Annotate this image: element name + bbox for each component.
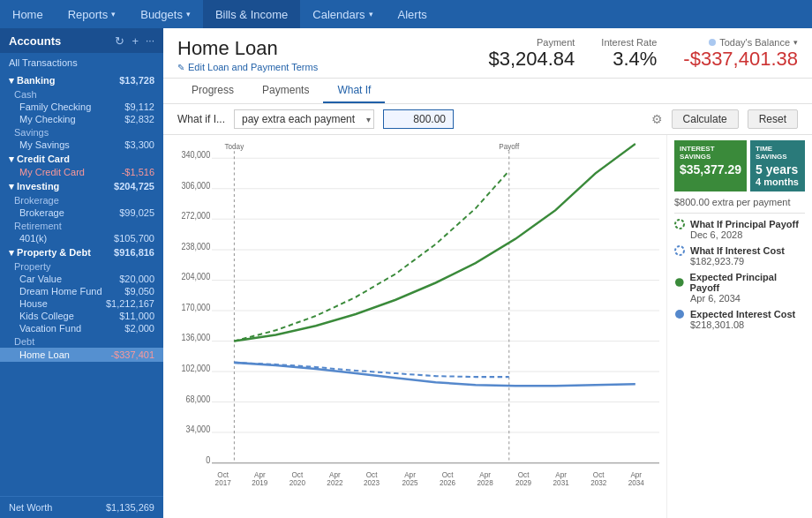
- chart-area: 340,000 306,000 272,000 238,000 204,000 …: [163, 135, 812, 518]
- more-icon[interactable]: ···: [146, 34, 154, 47]
- sidebar-net-worth: Net Worth $1,135,269: [0, 496, 163, 518]
- sidebar-group-banking: ▾ Banking $13,728: [0, 72, 163, 87]
- nav-calendars[interactable]: Calendars ▾: [300, 0, 385, 28]
- svg-text:2034: 2034: [628, 478, 644, 488]
- sidebar-group-label[interactable]: ▾ Property & Debt: [9, 247, 91, 259]
- sidebar-item[interactable]: Kids College$11,000: [0, 310, 163, 322]
- payment-label: Payment: [488, 37, 575, 48]
- main-content: Home Loan ✎ Edit Loan and Payment Terms …: [163, 28, 812, 518]
- sidebar-item[interactable]: My Checking$2,832: [0, 113, 163, 125]
- time-savings-value: 5 years: [756, 162, 800, 176]
- sidebar-group-creditcard: ▾ Credit Card: [0, 151, 163, 166]
- balance-stat: Today's Balance ▾ -$337,401.38: [683, 37, 798, 71]
- interest-savings-label: INTEREST SAVINGS: [680, 145, 741, 161]
- expected-principal-value: Apr 6, 2034: [674, 293, 805, 304]
- dropdown-icon[interactable]: ▾: [793, 38, 798, 47]
- legend-item-expected-principal: Expected Principal Payoff Apr 6, 2034: [674, 272, 805, 304]
- nav-alerts[interactable]: Alerts: [386, 0, 440, 28]
- sidebar-item[interactable]: House$1,212,167: [0, 297, 163, 310]
- time-savings-label: TIME SAVINGS: [756, 145, 800, 161]
- svg-text:102,000: 102,000: [181, 364, 210, 374]
- svg-text:68,000: 68,000: [186, 394, 211, 404]
- balance-value: -$337,401.38: [683, 48, 798, 71]
- gear-icon[interactable]: ⚙: [651, 112, 663, 126]
- sidebar-subgroup-savings: Savings: [0, 125, 163, 139]
- nav-budgets[interactable]: Budgets ▾: [128, 0, 203, 28]
- nav-home[interactable]: Home: [0, 0, 56, 28]
- whatif-principal-value: Dec 6, 2028: [674, 229, 805, 240]
- interest-label: Interest Rate: [601, 37, 657, 48]
- tab-whatif[interactable]: What If: [323, 79, 385, 103]
- svg-text:2019: 2019: [252, 478, 267, 488]
- payment-stat: Payment $3,204.84: [488, 37, 575, 71]
- tab-progress[interactable]: Progress: [177, 79, 248, 103]
- svg-text:2028: 2028: [477, 478, 493, 488]
- extra-payment-note: $800.00 extra per payment: [674, 197, 805, 214]
- sidebar-all-transactions[interactable]: All Transactions: [0, 53, 163, 72]
- whatif-interest-value: $182,923.79: [674, 256, 805, 267]
- sidebar-header: Accounts ↻ + ···: [0, 28, 163, 53]
- sidebar-item[interactable]: Vacation Fund$2,000: [0, 322, 163, 334]
- svg-text:2017: 2017: [215, 478, 231, 488]
- sidebar-item[interactable]: Brokerage$99,025: [0, 206, 163, 219]
- expected-interest-title: Expected Interest Cost: [690, 309, 795, 319]
- sidebar-item[interactable]: Car Value$20,000: [0, 273, 163, 285]
- svg-text:2025: 2025: [402, 478, 417, 488]
- svg-point-53: [675, 310, 684, 319]
- balance-dot: [709, 39, 716, 46]
- refresh-icon[interactable]: ↻: [115, 34, 124, 48]
- whatif-amount-input[interactable]: [383, 109, 454, 129]
- sidebar-group-label[interactable]: ▾ Credit Card: [9, 154, 70, 165]
- top-nav: Home Reports ▾ Budgets ▾ Bills & Income …: [0, 0, 812, 28]
- savings-boxes: INTEREST SAVINGS $35,377.29 TIME SAVINGS…: [674, 140, 805, 191]
- edit-link[interactable]: ✎ Edit Loan and Payment Terms: [177, 62, 318, 72]
- sidebar-subgroup-retirement: Retirement: [0, 219, 163, 232]
- legend-panel: INTEREST SAVINGS $35,377.29 TIME SAVINGS…: [666, 135, 812, 518]
- svg-text:306,000: 306,000: [181, 180, 210, 191]
- nav-reports[interactable]: Reports ▾: [56, 0, 129, 28]
- whatif-select-wrapper: pay extra each payment ▾: [234, 109, 374, 129]
- solid-green-dot-icon: [674, 277, 685, 288]
- sidebar-item[interactable]: My Savings$3,300: [0, 139, 163, 151]
- sidebar-item[interactable]: My Credit Card-$1,516: [0, 166, 163, 178]
- sidebar-group-label[interactable]: ▾ Banking: [9, 75, 55, 86]
- svg-text:2020: 2020: [289, 478, 305, 488]
- time-savings-sub: 4 months: [756, 176, 800, 187]
- chart-container: 340,000 306,000 272,000 238,000 204,000 …: [163, 135, 666, 518]
- balance-label: Today's Balance ▾: [683, 37, 798, 48]
- legend-item-whatif-principal: What If Principal Payoff Dec 6, 2028: [674, 219, 805, 240]
- interest-stat: Interest Rate 3.4%: [601, 37, 657, 71]
- chevron-down-icon: ▾: [111, 10, 116, 19]
- sidebar-subgroup-property: Property: [0, 259, 163, 273]
- tab-payments[interactable]: Payments: [248, 79, 323, 103]
- sidebar-item[interactable]: Family Checking$9,112: [0, 101, 163, 113]
- sidebar-item-home-loan[interactable]: Home Loan-$337,401: [0, 348, 163, 362]
- interest-value: 3.4%: [601, 48, 657, 71]
- svg-text:2022: 2022: [327, 478, 342, 488]
- nav-bills[interactable]: Bills & Income: [203, 0, 300, 28]
- chevron-down-icon: ▾: [369, 10, 373, 19]
- svg-text:Payoff: Payoff: [499, 142, 519, 152]
- whatif-interest-title: What If Interest Cost: [690, 245, 785, 256]
- tabs: Progress Payments What If: [163, 79, 812, 104]
- sidebar-group-investing: ▾ Investing $204,725: [0, 178, 163, 193]
- calculate-button[interactable]: Calculate: [672, 109, 739, 129]
- page-title: Home Loan: [177, 37, 318, 60]
- sidebar-item[interactable]: Dream Home Fund$9,050: [0, 285, 163, 297]
- whatif-select[interactable]: pay extra each payment: [234, 109, 374, 129]
- sidebar-item[interactable]: 401(k)$105,700: [0, 232, 163, 244]
- legend-item-whatif-interest: What If Interest Cost $182,923.79: [674, 245, 805, 267]
- sidebar-group-total: $13,728: [119, 75, 154, 86]
- svg-point-51: [675, 246, 684, 255]
- payment-value: $3,204.84: [488, 48, 575, 71]
- svg-point-52: [675, 278, 684, 287]
- legend-item-expected-interest: Expected Interest Cost $218,301.08: [674, 309, 805, 330]
- svg-text:Today: Today: [224, 142, 244, 152]
- sidebar-group-label[interactable]: ▾ Investing: [9, 181, 59, 192]
- solid-blue-dot-icon: [674, 309, 685, 319]
- add-icon[interactable]: +: [132, 34, 139, 48]
- interest-savings-box: INTEREST SAVINGS $35,377.29: [674, 140, 747, 191]
- expected-principal-title: Expected Principal Payoff: [690, 272, 805, 293]
- chart-svg: 340,000 306,000 272,000 238,000 204,000 …: [212, 142, 659, 483]
- reset-button[interactable]: Reset: [748, 109, 798, 129]
